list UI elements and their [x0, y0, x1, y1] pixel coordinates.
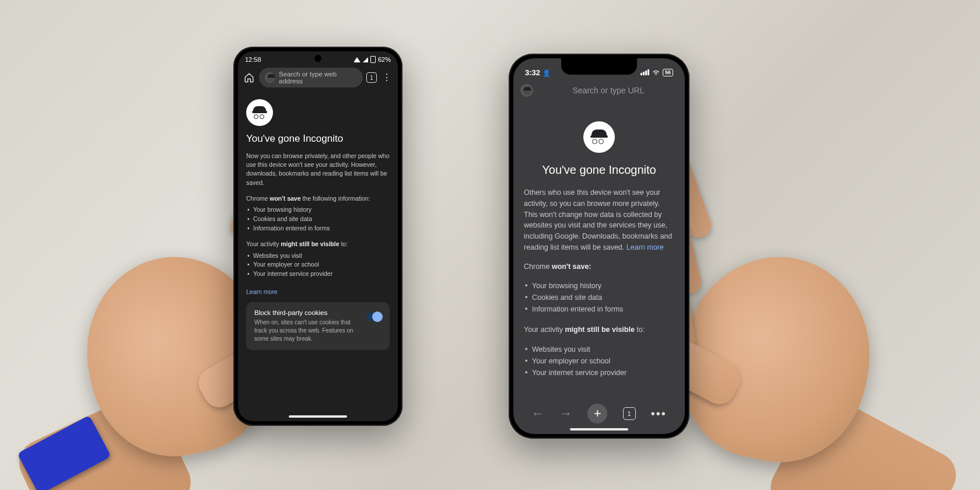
list-item: Your employer or school [524, 355, 674, 367]
list-item: Your internet service provider [524, 367, 674, 379]
list-item: Your browsing history [246, 205, 390, 215]
forward-icon[interactable]: → [559, 406, 572, 421]
battery-badge: 56 [663, 69, 673, 76]
overflow-menu-icon[interactable]: ⋮ [380, 71, 393, 84]
wifi-icon [652, 69, 660, 76]
learn-more-link[interactable]: Learn more [626, 243, 664, 251]
cookie-card-desc: When on, sites can't use cookies that tr… [254, 318, 360, 343]
cookie-block-card: Block third-party cookies When on, sites… [246, 302, 390, 350]
wont-save-heading: Chrome won't save the following informat… [246, 194, 390, 203]
incognito-hero-icon [246, 99, 273, 126]
might-visible-heading: Your activity might still be visible to: [524, 324, 674, 335]
back-icon[interactable]: ← [531, 406, 544, 421]
omnibox[interactable]: Search or type URL [539, 86, 678, 95]
incognito-icon [265, 72, 275, 83]
battery-icon [370, 56, 376, 63]
iphone-notch [561, 58, 637, 75]
wrist-watch-band [17, 415, 111, 490]
tab-switcher-button[interactable]: 1 [623, 407, 636, 420]
omnibox-placeholder: Search or type URL [573, 86, 645, 95]
wont-save-list: Your browsing history Cookies and site d… [524, 280, 674, 315]
gesture-bar [289, 415, 347, 418]
new-tab-button[interactable]: + [587, 404, 607, 424]
list-item: Information entered in forms [246, 224, 390, 233]
tab-count: 1 [370, 75, 373, 81]
page-title: You've gone Incognito [246, 133, 390, 145]
android-toolbar: Search or type web address 1 ⋮ [238, 65, 398, 90]
battery-percent: 62% [378, 56, 391, 63]
ios-phone: 3:32 👤 56 Search or type URL You've gone… [509, 54, 690, 439]
omnibox[interactable]: Search or type web address [259, 68, 363, 88]
android-phone: 12:58 62% Search or type web address 1 ⋮… [233, 47, 402, 426]
wont-save-list: Your browsing history Cookies and site d… [246, 205, 390, 233]
ios-bottom-toolbar: ← → + 1 ••• [513, 404, 685, 424]
page-title: You've gone Incognito [524, 163, 674, 177]
might-visible-list: Websites you visit Your employer or scho… [246, 251, 390, 279]
ios-toolbar: Search or type URL [513, 80, 685, 100]
cookie-card-title: Block third-party cookies [254, 309, 360, 316]
list-item: Cookies and site data [524, 292, 674, 303]
signal-icon [363, 57, 368, 62]
list-item: Your internet service provider [246, 270, 390, 279]
tab-switcher-button[interactable]: 1 [366, 72, 377, 83]
camera-punch-hole [314, 55, 321, 62]
status-time: 12:58 [245, 56, 261, 63]
list-item: Information entered in forms [524, 303, 674, 315]
intro-paragraph: Now you can browse privately, and other … [246, 152, 390, 187]
list-item: Cookies and site data [246, 215, 390, 224]
might-visible-list: Websites you visit Your employer or scho… [524, 344, 674, 379]
learn-more-link[interactable]: Learn more [246, 288, 278, 295]
wifi-icon [354, 57, 360, 62]
status-time: 3:32 [525, 68, 540, 77]
android-incognito-page: You've gone Incognito Now you can browse… [238, 90, 398, 350]
list-item: Websites you visit [524, 344, 674, 355]
list-item: Your browsing history [524, 280, 674, 292]
intro-paragraph: Others who use this device won't see you… [524, 187, 674, 253]
ios-incognito-page: You've gone Incognito Others who use thi… [513, 100, 685, 379]
list-item: Websites you visit [246, 251, 390, 261]
gesture-bar [570, 428, 628, 430]
signal-icon [640, 69, 649, 75]
list-item: Your employer or school [246, 260, 390, 270]
person-icon: 👤 [542, 69, 551, 76]
might-visible-heading: Your activity might still be visible to: [246, 240, 390, 249]
omnibox-placeholder: Search or type web address [279, 71, 357, 85]
tab-count: 1 [628, 410, 631, 417]
incognito-icon [520, 84, 533, 97]
incognito-hero-icon [583, 121, 615, 153]
home-icon[interactable] [243, 71, 256, 84]
cookie-block-toggle[interactable] [366, 313, 382, 321]
wont-save-heading: Chrome won't save: [524, 261, 674, 272]
overflow-menu-icon[interactable]: ••• [651, 407, 667, 421]
